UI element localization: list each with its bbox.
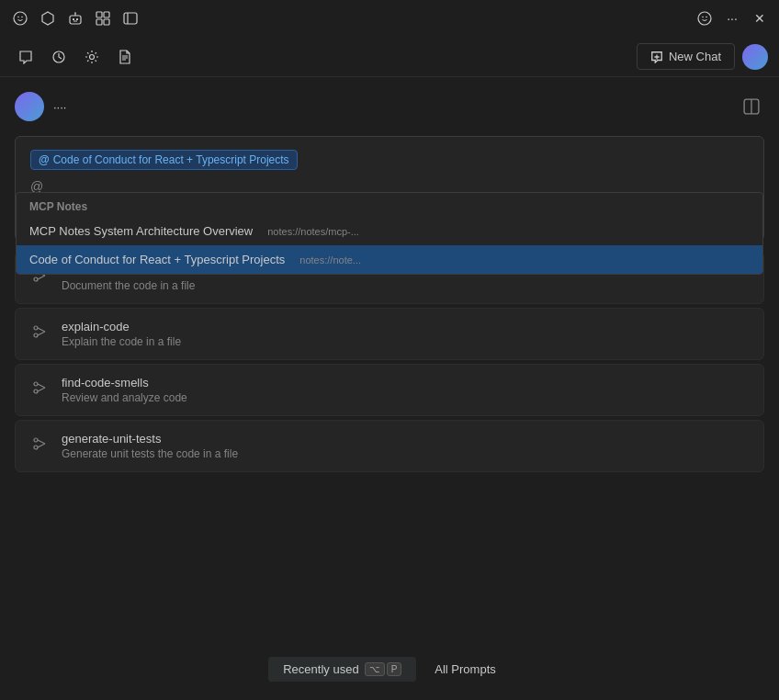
toolbar-right: New Chat bbox=[637, 43, 768, 70]
scissors-icon-1 bbox=[28, 321, 51, 343]
kbd-p: P bbox=[387, 662, 402, 676]
robot-icon[interactable] bbox=[66, 9, 85, 28]
svg-point-2 bbox=[21, 17, 23, 18]
new-chat-button[interactable]: New Chat bbox=[637, 43, 735, 70]
bottom-tabs: Recently used ⌥ P All Prompts bbox=[0, 657, 779, 682]
dropdown-item-1[interactable]: Code of Conduct for React + Typescript P… bbox=[17, 245, 762, 274]
main-content: ···· @ Code of Conduct for React + Types… bbox=[0, 77, 779, 700]
prompt-list: document-code Document the code in a fil… bbox=[15, 252, 764, 472]
svg-rect-9 bbox=[104, 12, 109, 17]
settings-icon[interactable] bbox=[77, 42, 107, 72]
scissors-icon-3 bbox=[28, 433, 51, 455]
prompt-title-2: find-code-smells bbox=[62, 376, 187, 390]
svg-point-17 bbox=[90, 54, 95, 59]
tab-all-prompts[interactable]: All Prompts bbox=[420, 657, 510, 682]
dropdown-header: MCP Notes bbox=[17, 193, 762, 217]
recently-used-kbd: ⌥ P bbox=[365, 662, 402, 676]
svg-point-22 bbox=[34, 333, 38, 337]
close-icon[interactable]: ✕ bbox=[751, 10, 768, 27]
scissors-icon-2 bbox=[28, 377, 51, 399]
svg-point-26 bbox=[34, 446, 38, 449]
smiley-icon[interactable] bbox=[11, 9, 29, 28]
svg-point-24 bbox=[34, 390, 38, 393]
prompt-desc-0: Document the code in a file bbox=[62, 279, 195, 292]
svg-point-14 bbox=[702, 17, 704, 18]
svg-point-25 bbox=[34, 438, 38, 442]
dropdown-item-1-title: Code of Conduct for React + Typescript P… bbox=[29, 253, 285, 266]
prompt-title-3: generate-unit-tests bbox=[62, 432, 238, 446]
prompt-content-1: explain-code Explain the code in a file bbox=[62, 320, 181, 348]
smiley2-icon[interactable] bbox=[696, 10, 713, 27]
prompt-desc-1: Explain the code in a file bbox=[62, 335, 181, 348]
mention-dropdown: MCP Notes MCP Notes System Architecture … bbox=[16, 192, 763, 275]
svg-rect-8 bbox=[96, 12, 102, 17]
prompt-card-2[interactable]: find-code-smells Review and analyze code bbox=[15, 364, 764, 416]
prompt-title-1: explain-code bbox=[62, 320, 181, 333]
dropdown-item-0[interactable]: MCP Notes System Architecture Overview n… bbox=[17, 217, 762, 245]
history-icon[interactable] bbox=[44, 42, 73, 72]
svg-rect-4 bbox=[70, 16, 81, 24]
svg-point-15 bbox=[706, 17, 707, 18]
tag-chip: @ Code of Conduct for React + Typescript… bbox=[30, 150, 298, 170]
chat-input-area[interactable]: @ Code of Conduct for React + Typescript… bbox=[15, 136, 764, 241]
dropdown-item-0-title: MCP Notes System Architecture Overview bbox=[29, 224, 253, 238]
new-chat-label: New Chat bbox=[669, 50, 721, 63]
prompt-content-2: find-code-smells Review and analyze code bbox=[62, 376, 187, 404]
prompt-desc-2: Review and analyze code bbox=[62, 391, 187, 404]
svg-marker-3 bbox=[42, 12, 53, 25]
user-avatar-small bbox=[742, 44, 768, 70]
document-icon[interactable] bbox=[110, 42, 140, 72]
toolbar: New Chat bbox=[0, 37, 779, 77]
title-bar-right: ··· ✕ bbox=[696, 10, 768, 27]
title-bar: ··· ✕ bbox=[0, 0, 779, 37]
user-name: ···· bbox=[53, 100, 66, 114]
chat-icon[interactable] bbox=[11, 42, 40, 72]
prompt-card-1[interactable]: explain-code Explain the code in a file bbox=[15, 308, 764, 360]
svg-rect-11 bbox=[104, 19, 109, 25]
avatar bbox=[15, 92, 44, 121]
prompt-card-3[interactable]: generate-unit-tests Generate unit tests … bbox=[15, 420, 764, 472]
user-header: ···· bbox=[15, 92, 764, 121]
layout-toggle-icon[interactable] bbox=[739, 94, 764, 119]
svg-point-7 bbox=[74, 12, 76, 14]
svg-rect-12 bbox=[124, 13, 137, 24]
prompt-content-3: generate-unit-tests Generate unit tests … bbox=[62, 432, 238, 460]
new-chat-icon bbox=[650, 51, 663, 63]
tab-recently-used[interactable]: Recently used ⌥ P bbox=[268, 657, 416, 682]
ellipsis-icon[interactable]: ··· bbox=[724, 10, 740, 27]
dropdown-item-1-url: notes://note... bbox=[299, 254, 361, 265]
svg-rect-10 bbox=[96, 19, 102, 25]
recently-used-label: Recently used bbox=[283, 662, 358, 676]
svg-point-20 bbox=[34, 277, 38, 281]
svg-rect-5 bbox=[73, 18, 74, 20]
dropdown-item-0-url: notes://notes/mcp-... bbox=[267, 226, 359, 237]
hexagon-icon[interactable] bbox=[39, 9, 57, 28]
svg-point-23 bbox=[34, 382, 38, 386]
title-bar-left-icons bbox=[11, 9, 140, 28]
prompt-desc-3: Generate unit tests the code in a file bbox=[62, 447, 238, 460]
svg-point-21 bbox=[34, 326, 38, 330]
svg-point-13 bbox=[698, 12, 711, 25]
grid-icon[interactable] bbox=[94, 9, 112, 28]
tag-chip-label: Code of Conduct for React + Typescript P… bbox=[53, 153, 289, 166]
at-sign: @ bbox=[39, 153, 50, 166]
svg-point-1 bbox=[17, 17, 19, 18]
svg-point-0 bbox=[14, 12, 27, 25]
svg-rect-6 bbox=[76, 18, 78, 20]
kbd-alt: ⌥ bbox=[365, 662, 385, 676]
all-prompts-label: All Prompts bbox=[435, 662, 495, 676]
sidebar-icon[interactable] bbox=[121, 9, 140, 28]
